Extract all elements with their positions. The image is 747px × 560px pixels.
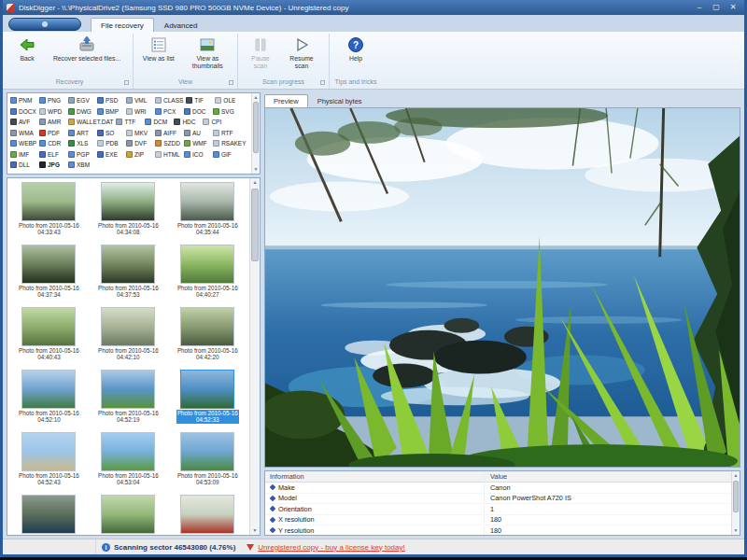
scrollbar-thumb[interactable] (251, 189, 259, 261)
filetype-item-pcx[interactable]: PCX (155, 106, 181, 118)
filetype-item-vml[interactable]: VML (126, 95, 152, 106)
exif-row[interactable]: MakeCanon (265, 483, 731, 494)
tab-preview[interactable]: Preview (264, 94, 308, 107)
scroll-down-icon[interactable]: ▼ (253, 526, 258, 535)
exif-row[interactable]: Y resolution180 (265, 525, 731, 535)
filetype-item-cpi[interactable]: CPI (203, 117, 229, 128)
filetype-item-webp[interactable]: WEBP (10, 138, 36, 149)
filetype-item-aiff[interactable]: AIFF (155, 128, 181, 139)
filetype-item-cdr[interactable]: CDR (39, 138, 65, 149)
scrollbar-thumb[interactable] (253, 102, 259, 153)
scroll-up-icon[interactable]: ▲ (254, 93, 259, 102)
filetype-item-pnm[interactable]: PNM (10, 95, 36, 106)
scroll-up-icon[interactable]: ▲ (734, 471, 739, 480)
filetype-item-au[interactable]: AU (184, 128, 210, 139)
recovered-file-thumbnail[interactable]: Photo from 2010-05-1604:42:10 (89, 305, 168, 368)
recovered-file-thumbnail[interactable]: Photo from 2010-05-1604:53:38 (89, 493, 168, 535)
recovered-file-thumbnail[interactable]: Photo from 2010-05-1604:42:20 (168, 305, 247, 368)
filetype-item-wma[interactable]: WMA (10, 128, 36, 139)
filetype-item-hdc[interactable]: HDC (174, 117, 200, 128)
recovered-file-thumbnail[interactable]: Photo from 2010-05-1604:53:18 (9, 493, 89, 535)
minimize-button[interactable]: – (694, 3, 705, 12)
filetype-item-ttf[interactable]: TTF (116, 117, 142, 128)
filetype-item-ole[interactable]: OLE (215, 95, 241, 106)
filetype-item-avf[interactable]: AVF (10, 117, 36, 128)
exif-header-value[interactable]: Value (485, 472, 731, 481)
filetype-item-elf[interactable]: ELF (39, 149, 65, 161)
scroll-down-icon[interactable]: ▼ (254, 165, 259, 174)
filetype-item-wmf[interactable]: WMF (184, 138, 210, 149)
recovered-file-thumbnail[interactable]: Photo from 2010-05-1604:52:33 (168, 368, 247, 430)
maximize-button[interactable]: ▢ (711, 3, 722, 12)
filetype-item-so[interactable]: SO (97, 128, 123, 139)
filetype-item-pdb[interactable]: PDB (97, 138, 123, 149)
thumbnail-scrollbar[interactable]: ▲ ▼ (249, 178, 260, 535)
back-button[interactable]: Back (9, 34, 45, 77)
filetype-item-pgp[interactable]: PGP (68, 149, 94, 161)
dialog-launcher-icon[interactable] (124, 80, 129, 85)
filetype-item-amr[interactable]: AMR (39, 117, 65, 128)
filetype-item-png[interactable]: PNG (39, 95, 65, 106)
dialog-launcher-icon[interactable] (229, 80, 233, 85)
license-warning-link[interactable]: Unregistered copy - buy a license key to… (258, 543, 404, 552)
filetype-item-dcm[interactable]: DCM (145, 117, 171, 128)
close-button[interactable]: ✕ (727, 3, 739, 12)
filetype-item-gif[interactable]: GIF (213, 149, 239, 161)
filetype-item-pdf[interactable]: PDF (39, 128, 65, 139)
filetype-item-svg[interactable]: SVG (213, 106, 239, 118)
tab-advanced[interactable]: Advanced (154, 18, 208, 32)
tab-physical-bytes[interactable]: Physical bytes (308, 94, 372, 107)
exif-scrollbar[interactable]: ▲ ▼ (731, 471, 740, 535)
recovered-file-thumbnail[interactable]: Photo from 2010-05-1604:37:53 (89, 243, 168, 305)
help-button[interactable]: ? Help (337, 34, 374, 77)
filetype-item-ico[interactable]: ICO (184, 149, 210, 161)
app-menu-button[interactable] (8, 18, 81, 31)
recovered-file-thumbnail[interactable]: Photo from 2010-05-1604:37:34 (9, 243, 89, 305)
dialog-launcher-icon[interactable] (320, 80, 325, 85)
filetype-item-html[interactable]: HTML (155, 149, 181, 161)
view-as-thumbnails-button[interactable]: View as thumbnails (181, 34, 234, 77)
filetype-item-docx[interactable]: DOCX (10, 106, 36, 118)
filetype-item-szdd[interactable]: SZDD (155, 138, 181, 149)
recovered-file-thumbnail[interactable]: Photo from 2010-05-1604:33:43 (9, 180, 89, 243)
recovered-file-thumbnail[interactable]: Photo from 2010-05-1604:34:08 (89, 180, 168, 243)
filetype-item-rtf[interactable]: RTF (213, 128, 239, 139)
scroll-up-icon[interactable]: ▲ (253, 178, 258, 187)
scroll-down-icon[interactable]: ▼ (734, 526, 739, 535)
filetype-item-dwg[interactable]: DWG (68, 106, 94, 118)
filetype-item-tif[interactable]: TIF (186, 95, 212, 106)
filetype-item-exe[interactable]: EXE (97, 149, 123, 161)
titlebar[interactable]: DiskDigger - \\.\PhysicalDrive2 (Samsung… (3, 0, 744, 15)
recovered-file-thumbnail[interactable]: Photo from 2010-05-1604:52:43 (9, 430, 89, 493)
filetype-item-imf[interactable]: IMF (10, 149, 36, 161)
recovered-file-thumbnail[interactable]: Photo from 2010-05-1604:52:19 (89, 368, 168, 430)
filetype-item-wri[interactable]: WRI (126, 106, 152, 118)
filetype-item-xbm[interactable]: XBM (68, 160, 94, 171)
recovered-file-thumbnail[interactable]: Photo from 2010-05-1604:35:44 (168, 180, 247, 243)
recovered-file-thumbnail[interactable]: Photo from 2010-05-1604:52:10 (9, 368, 89, 430)
filetype-item-rsakey[interactable]: RSAKEY (213, 138, 246, 149)
exif-row[interactable]: X resolution180 (265, 515, 731, 526)
exif-row[interactable]: ModelCanon PowerShot A720 IS (265, 494, 731, 505)
filetype-item-jpg[interactable]: JPG (39, 160, 65, 171)
filetype-item-zip[interactable]: ZIP (126, 149, 152, 161)
recovered-file-thumbnail[interactable]: Photo from 2010-05-1604:40:27 (168, 243, 247, 305)
filetype-item-wallet.dat[interactable]: WALLET.DAT (68, 117, 113, 128)
filetype-item-dll[interactable]: DLL (10, 160, 36, 171)
recovered-file-thumbnail[interactable]: Photo from 2010-05-1604:53:52 (168, 493, 247, 535)
recover-selected-files-button[interactable]: Recover selected files... (45, 34, 129, 77)
resume-scan-button[interactable]: Resume scan (280, 34, 323, 77)
recovered-file-thumbnail[interactable]: Photo from 2010-05-1604:53:04 (89, 430, 168, 493)
filetype-item-bmp[interactable]: BMP (97, 106, 123, 118)
filetype-item-psd[interactable]: PSD (97, 95, 123, 106)
filetype-item-class[interactable]: CLASS (155, 95, 183, 106)
filetype-item-dvf[interactable]: DVF (126, 138, 152, 149)
filetype-item-xls[interactable]: XLS (68, 138, 94, 149)
exif-header-information[interactable]: Information (265, 472, 485, 481)
tab-file-recovery[interactable]: File recovery (91, 18, 154, 32)
scrollbar-thumb[interactable] (733, 481, 739, 512)
filetype-item-art[interactable]: ART (68, 128, 94, 139)
recovered-file-thumbnail[interactable]: Photo from 2010-05-1604:53:09 (168, 430, 247, 493)
filetype-scrollbar[interactable]: ▲ ▼ (251, 93, 260, 174)
recovered-file-thumbnail[interactable]: Photo from 2010-05-1604:40:43 (9, 305, 89, 368)
